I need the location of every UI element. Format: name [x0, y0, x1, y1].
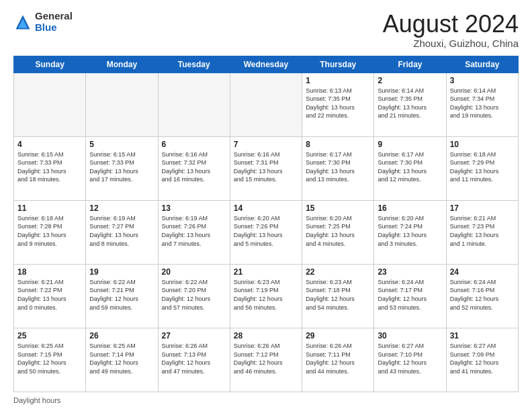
day-number: 15	[306, 203, 370, 213]
logo-general: General	[35, 10, 73, 21]
day-number: 30	[378, 331, 442, 340]
day-info: Sunrise: 6:22 AM Sunset: 7:21 PM Dayligh…	[89, 278, 154, 312]
calendar-cell: 13Sunrise: 6:19 AM Sunset: 7:26 PM Dayli…	[158, 200, 230, 264]
footer: Daylight hours	[13, 396, 519, 404]
day-info: Sunrise: 6:18 AM Sunset: 7:29 PM Dayligh…	[450, 150, 515, 184]
calendar-week-2: 4Sunrise: 6:15 AM Sunset: 7:33 PM Daylig…	[14, 136, 519, 200]
day-number: 4	[17, 140, 82, 149]
day-number: 1	[306, 76, 370, 85]
calendar-header-friday: Friday	[374, 56, 446, 73]
day-number: 22	[306, 267, 370, 277]
calendar-cell: 28Sunrise: 6:26 AM Sunset: 7:12 PM Dayli…	[230, 328, 302, 392]
calendar-week-1: 1Sunrise: 6:13 AM Sunset: 7:35 PM Daylig…	[14, 73, 519, 136]
day-info: Sunrise: 6:23 AM Sunset: 7:19 PM Dayligh…	[234, 278, 298, 312]
day-info: Sunrise: 6:25 AM Sunset: 7:14 PM Dayligh…	[89, 342, 154, 375]
calendar-cell: 27Sunrise: 6:26 AM Sunset: 7:13 PM Dayli…	[158, 328, 230, 392]
day-number: 7	[234, 140, 298, 149]
calendar-header-saturday: Saturday	[446, 56, 518, 73]
main-title: August 2024	[383, 11, 519, 38]
calendar-cell: 9Sunrise: 6:17 AM Sunset: 7:30 PM Daylig…	[374, 136, 446, 200]
day-number: 20	[162, 267, 226, 277]
day-info: Sunrise: 6:16 AM Sunset: 7:32 PM Dayligh…	[162, 150, 226, 184]
calendar-cell: 26Sunrise: 6:25 AM Sunset: 7:14 PM Dayli…	[86, 328, 158, 392]
day-info: Sunrise: 6:19 AM Sunset: 7:27 PM Dayligh…	[89, 214, 154, 248]
calendar-cell: 10Sunrise: 6:18 AM Sunset: 7:29 PM Dayli…	[446, 136, 518, 200]
day-info: Sunrise: 6:26 AM Sunset: 7:13 PM Dayligh…	[162, 342, 226, 375]
day-number: 2	[378, 76, 442, 85]
calendar-cell	[158, 73, 230, 136]
logo-icon	[13, 13, 32, 32]
day-info: Sunrise: 6:27 AM Sunset: 7:10 PM Dayligh…	[378, 342, 442, 375]
calendar-cell: 15Sunrise: 6:20 AM Sunset: 7:25 PM Dayli…	[302, 200, 374, 264]
calendar-cell: 3Sunrise: 6:14 AM Sunset: 7:34 PM Daylig…	[446, 73, 518, 136]
day-info: Sunrise: 6:25 AM Sunset: 7:15 PM Dayligh…	[17, 342, 82, 375]
calendar-cell: 16Sunrise: 6:20 AM Sunset: 7:24 PM Dayli…	[374, 200, 446, 264]
calendar-cell	[86, 73, 158, 136]
calendar-cell: 25Sunrise: 6:25 AM Sunset: 7:15 PM Dayli…	[14, 328, 86, 392]
calendar-cell: 2Sunrise: 6:14 AM Sunset: 7:35 PM Daylig…	[374, 73, 446, 136]
calendar-cell: 1Sunrise: 6:13 AM Sunset: 7:35 PM Daylig…	[302, 73, 374, 136]
day-info: Sunrise: 6:15 AM Sunset: 7:33 PM Dayligh…	[17, 150, 82, 184]
title-block: August 2024 Zhouxi, Guizhou, China	[383, 11, 519, 49]
day-info: Sunrise: 6:14 AM Sunset: 7:34 PM Dayligh…	[450, 87, 515, 120]
calendar-cell: 23Sunrise: 6:24 AM Sunset: 7:17 PM Dayli…	[374, 264, 446, 328]
day-info: Sunrise: 6:26 AM Sunset: 7:11 PM Dayligh…	[306, 342, 370, 375]
calendar-header-tuesday: Tuesday	[158, 56, 230, 73]
calendar-cell: 4Sunrise: 6:15 AM Sunset: 7:33 PM Daylig…	[14, 136, 86, 200]
calendar-cell: 24Sunrise: 6:24 AM Sunset: 7:16 PM Dayli…	[446, 264, 518, 328]
calendar-cell: 7Sunrise: 6:16 AM Sunset: 7:31 PM Daylig…	[230, 136, 302, 200]
day-info: Sunrise: 6:24 AM Sunset: 7:17 PM Dayligh…	[378, 278, 442, 312]
calendar-week-5: 25Sunrise: 6:25 AM Sunset: 7:15 PM Dayli…	[14, 328, 519, 392]
calendar-cell: 21Sunrise: 6:23 AM Sunset: 7:19 PM Dayli…	[230, 264, 302, 328]
day-number: 5	[89, 140, 154, 149]
calendar-header-row: SundayMondayTuesdayWednesdayThursdayFrid…	[14, 56, 519, 73]
day-number: 23	[378, 267, 442, 277]
day-number: 10	[450, 140, 515, 149]
calendar-header-wednesday: Wednesday	[230, 56, 302, 73]
day-info: Sunrise: 6:26 AM Sunset: 7:12 PM Dayligh…	[234, 342, 298, 375]
day-info: Sunrise: 6:19 AM Sunset: 7:26 PM Dayligh…	[162, 214, 226, 248]
day-number: 8	[306, 140, 370, 149]
calendar-table: SundayMondayTuesdayWednesdayThursdayFrid…	[13, 56, 519, 392]
day-info: Sunrise: 6:20 AM Sunset: 7:25 PM Dayligh…	[306, 214, 370, 248]
logo-text: General Blue	[35, 11, 73, 33]
calendar-cell	[230, 73, 302, 136]
day-info: Sunrise: 6:13 AM Sunset: 7:35 PM Dayligh…	[306, 87, 370, 120]
day-number: 9	[378, 140, 442, 149]
day-number: 19	[89, 267, 154, 277]
calendar-cell: 8Sunrise: 6:17 AM Sunset: 7:30 PM Daylig…	[302, 136, 374, 200]
day-number: 3	[450, 76, 515, 85]
day-number: 6	[162, 140, 226, 149]
day-info: Sunrise: 6:21 AM Sunset: 7:23 PM Dayligh…	[450, 214, 515, 248]
day-number: 21	[234, 267, 298, 277]
calendar-header-thursday: Thursday	[302, 56, 374, 73]
calendar-header-monday: Monday	[86, 56, 158, 73]
day-info: Sunrise: 6:21 AM Sunset: 7:22 PM Dayligh…	[17, 278, 82, 312]
logo-blue: Blue	[35, 21, 57, 33]
calendar-cell: 11Sunrise: 6:18 AM Sunset: 7:28 PM Dayli…	[14, 200, 86, 264]
calendar-cell: 14Sunrise: 6:20 AM Sunset: 7:26 PM Dayli…	[230, 200, 302, 264]
calendar-cell: 17Sunrise: 6:21 AM Sunset: 7:23 PM Dayli…	[446, 200, 518, 264]
calendar-cell: 19Sunrise: 6:22 AM Sunset: 7:21 PM Dayli…	[86, 264, 158, 328]
calendar-cell: 5Sunrise: 6:15 AM Sunset: 7:33 PM Daylig…	[86, 136, 158, 200]
day-number: 27	[162, 331, 226, 340]
calendar-header-sunday: Sunday	[14, 56, 86, 73]
day-info: Sunrise: 6:27 AM Sunset: 7:09 PM Dayligh…	[450, 342, 515, 375]
day-info: Sunrise: 6:22 AM Sunset: 7:20 PM Dayligh…	[162, 278, 226, 312]
day-number: 29	[306, 331, 370, 340]
day-info: Sunrise: 6:14 AM Sunset: 7:35 PM Dayligh…	[378, 87, 442, 120]
day-info: Sunrise: 6:17 AM Sunset: 7:30 PM Dayligh…	[378, 150, 442, 184]
day-number: 24	[450, 267, 515, 277]
calendar-cell: 18Sunrise: 6:21 AM Sunset: 7:22 PM Dayli…	[14, 264, 86, 328]
day-info: Sunrise: 6:18 AM Sunset: 7:28 PM Dayligh…	[17, 214, 82, 248]
calendar-week-3: 11Sunrise: 6:18 AM Sunset: 7:28 PM Dayli…	[14, 200, 519, 264]
calendar-week-4: 18Sunrise: 6:21 AM Sunset: 7:22 PM Dayli…	[14, 264, 519, 328]
day-info: Sunrise: 6:23 AM Sunset: 7:18 PM Dayligh…	[306, 278, 370, 312]
day-number: 17	[450, 203, 515, 213]
day-number: 18	[17, 267, 82, 277]
day-number: 26	[89, 331, 154, 340]
day-number: 16	[378, 203, 442, 213]
page: General Blue August 2024 Zhouxi, Guizhou…	[0, 0, 532, 411]
day-info: Sunrise: 6:17 AM Sunset: 7:30 PM Dayligh…	[306, 150, 370, 184]
footer-text: Daylight hours	[13, 396, 60, 404]
